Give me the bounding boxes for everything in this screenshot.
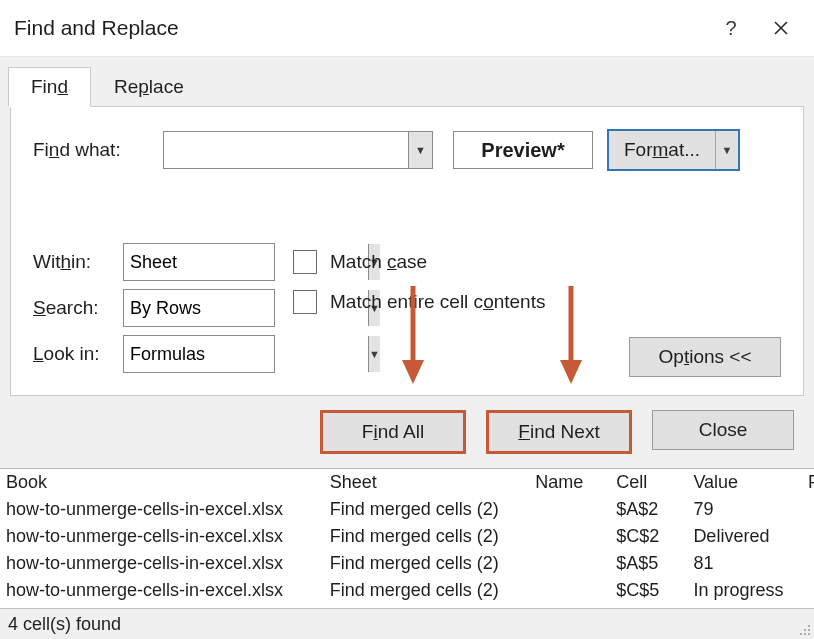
close-window-button[interactable]: [756, 8, 806, 48]
search-label: Search:: [33, 297, 123, 319]
help-button[interactable]: ?: [706, 8, 756, 48]
search-select[interactable]: ▼: [123, 289, 275, 327]
look-in-select[interactable]: ▼: [123, 335, 275, 373]
match-case-label: Match case: [330, 251, 427, 273]
cell-sheet: Find merged cells (2): [324, 526, 529, 547]
cell-value: 81: [687, 553, 802, 574]
table-row[interactable]: how-to-unmerge-cells-in-excel.xlsxFind m…: [0, 523, 814, 550]
cell-cell: $C$2: [610, 526, 687, 547]
format-preview: Preview*: [453, 131, 593, 169]
match-case-row[interactable]: Match case Match case: [293, 242, 545, 282]
find-what-dropdown[interactable]: ▼: [408, 132, 432, 168]
status-bar: 4 cell(s) found: [0, 608, 814, 639]
status-text: 4 cell(s) found: [8, 614, 121, 635]
cell-value: 79: [687, 499, 802, 520]
chevron-down-icon: ▼: [415, 144, 426, 156]
tab-replace[interactable]: Replace: [91, 67, 207, 107]
table-row[interactable]: how-to-unmerge-cells-in-excel.xlsxFind m…: [0, 577, 814, 604]
look-in-label: Look in:: [33, 343, 123, 365]
cell-book: how-to-unmerge-cells-in-excel.xlsx: [0, 553, 324, 574]
find-panel: Find what: Find what: ▼ Preview* Format.…: [10, 106, 804, 396]
options-button[interactable]: Options <<: [629, 337, 781, 377]
col-header-value[interactable]: Value: [687, 472, 802, 493]
button-row: Find All Find All Find Next Find Next Cl…: [10, 396, 804, 468]
format-button[interactable]: Format... Format... ▼: [607, 129, 740, 171]
cell-sheet: Find merged cells (2): [324, 499, 529, 520]
find-what-input[interactable]: [164, 132, 408, 168]
cell-book: how-to-unmerge-cells-in-excel.xlsx: [0, 526, 324, 547]
chevron-down-icon: ▼: [722, 144, 733, 156]
tab-strip: Find Replace Find Replace: [8, 67, 804, 107]
find-next-button[interactable]: Find Next: [486, 410, 632, 454]
cell-value: In progress: [687, 580, 802, 601]
title-bar: Find and Replace ?: [0, 0, 814, 57]
format-button-split[interactable]: ▼: [715, 131, 738, 169]
dialog-title: Find and Replace: [14, 16, 179, 40]
col-header-format[interactable]: For...: [802, 472, 814, 493]
table-row[interactable]: how-to-unmerge-cells-in-excel.xlsxFind m…: [0, 496, 814, 523]
table-row[interactable]: how-to-unmerge-cells-in-excel.xlsxFind m…: [0, 550, 814, 577]
cell-value: Delivered: [687, 526, 802, 547]
cell-sheet: Find merged cells (2): [324, 580, 529, 601]
col-header-cell[interactable]: Cell: [610, 472, 687, 493]
cell-book: how-to-unmerge-cells-in-excel.xlsx: [0, 580, 324, 601]
within-label: Within:: [33, 251, 123, 273]
find-all-button[interactable]: Find All: [320, 410, 466, 454]
col-header-sheet[interactable]: Sheet: [324, 472, 529, 493]
match-entire-checkbox[interactable]: [293, 290, 317, 314]
cell-cell: $A$5: [610, 553, 687, 574]
match-entire-label: Match entire cell contents: [330, 291, 545, 313]
find-what-label: Find what:: [33, 139, 163, 161]
cell-sheet: Find merged cells (2): [324, 553, 529, 574]
grid-header-row: Book Sheet Name Cell Value For...: [0, 469, 814, 496]
close-icon: [773, 20, 789, 36]
close-button[interactable]: Close: [652, 410, 794, 450]
format-button-main[interactable]: Format...: [609, 131, 715, 169]
find-what-field[interactable]: ▼: [163, 131, 433, 169]
cell-cell: $A$2: [610, 499, 687, 520]
dialog-body: Find Replace Find Replace Find what: Fin…: [0, 57, 814, 468]
cell-book: how-to-unmerge-cells-in-excel.xlsx: [0, 499, 324, 520]
col-header-book[interactable]: Book: [0, 472, 324, 493]
col-header-name[interactable]: Name: [529, 472, 610, 493]
match-entire-row[interactable]: Match entire cell contents Match entire …: [293, 282, 545, 322]
cell-cell: $C$5: [610, 580, 687, 601]
results-grid[interactable]: Book Sheet Name Cell Value For... how-to…: [0, 468, 814, 604]
tab-find[interactable]: Find: [8, 67, 91, 107]
within-select[interactable]: ▼: [123, 243, 275, 281]
match-case-checkbox[interactable]: [293, 250, 317, 274]
